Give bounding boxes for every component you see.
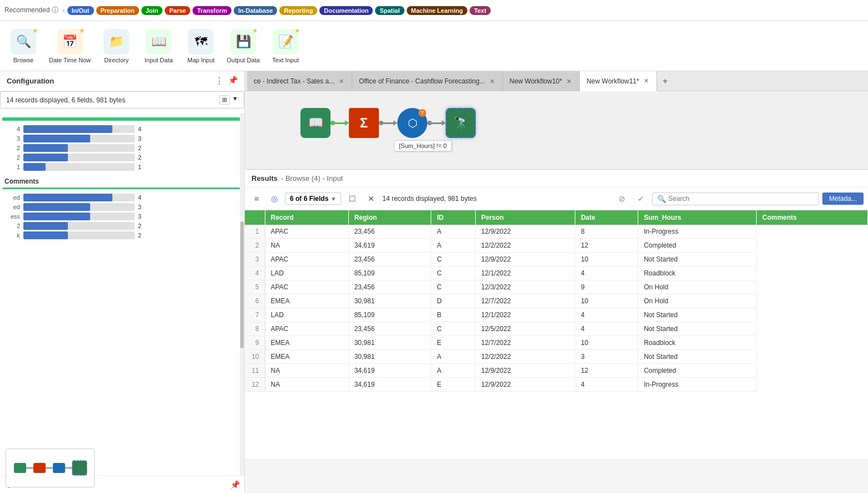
bar-inner [23, 135, 90, 142]
toolbar-tag-documentation[interactable]: Documentation [319, 6, 373, 15]
tool-text-input[interactable]: 📝 ★ Text Input [269, 29, 302, 63]
filter-on-btn[interactable]: ✓ [633, 191, 649, 206]
toolbar-tag-transform[interactable]: Transform [193, 6, 231, 15]
region-chart: 4 4 3 3 2 2 2 2 1 1 [2, 117, 242, 171]
star-icon: ★ [32, 27, 38, 34]
dropdown-icon[interactable]: ▼ [232, 95, 238, 105]
table-row[interactable]: 12NA34,619E12/9/20224In-Progress [245, 378, 868, 392]
tool-date-time-now[interactable]: 📅 ★ Date Time Now [49, 29, 91, 63]
col-header-id[interactable]: ID [431, 210, 475, 225]
toolbar-tag-parse[interactable]: Parse [165, 6, 190, 15]
toolbar-tag-in-database[interactable]: In-Database [234, 6, 277, 15]
bar-inner [23, 194, 112, 201]
table-cell: Completed [638, 364, 757, 378]
toolbar-tag-in/out[interactable]: In/Out [67, 6, 94, 15]
pin-icon[interactable]: 📌 [228, 76, 238, 86]
search-input[interactable] [668, 195, 814, 203]
mini-map-inner [6, 449, 94, 487]
col-header-record[interactable]: Record [265, 210, 348, 225]
bottom-pin-icon[interactable]: 📌 [230, 480, 240, 489]
wf-node-input[interactable]: 📖 [300, 108, 331, 138]
tab-new-workfl[interactable]: New Workflow10* ✕ [503, 71, 580, 91]
tab-close[interactable]: ✕ [489, 78, 496, 85]
data-table: RecordRegionIDPersonDateSum_HoursComment… [245, 210, 868, 392]
bar-inner [23, 144, 68, 152]
wf-node-alteryx[interactable]: ⬡ T [397, 108, 427, 138]
wf-node-browse[interactable]: 🔭 [446, 108, 476, 138]
table-row[interactable]: 3APAC23,456C12/9/202210Not Started [245, 253, 868, 267]
tool-map-input[interactable]: 🗺 Map Input [184, 29, 218, 63]
profile-view-btn[interactable]: ◎ [267, 191, 282, 206]
search-icon: 🔍 [657, 195, 666, 203]
col-header-date[interactable]: Date [575, 210, 638, 225]
table-cell: 23,456 [348, 253, 431, 267]
main-layout: Configuration ⋮ 📌 14 records displayed, … [0, 71, 868, 493]
table-row[interactable]: 8APAC23,456C12/5/20224Not Started [245, 322, 868, 336]
tool-input-data[interactable]: 📖 Input Data [142, 29, 175, 63]
table-row[interactable]: 10EMEA30,981A12/2/20223Not Started [245, 350, 868, 364]
info-text: 14 records displayed, 6 fields, 981 byte… [6, 96, 125, 104]
wf-node-summarize[interactable]: Σ [349, 108, 379, 138]
bar-count: 2 [138, 232, 149, 239]
tab-close[interactable]: ✕ [565, 78, 573, 85]
tool-directory[interactable]: 📁 Directory [100, 29, 133, 63]
list-view-btn[interactable]: ≡ [249, 191, 264, 206]
left-panel-scroll: 4 4 3 3 2 2 2 2 1 1 Commen [0, 113, 244, 475]
bar-outer [23, 213, 135, 220]
tool-icon: 📅 ★ [57, 29, 83, 55]
bar-inner [23, 125, 112, 133]
table-cell: EMEA [265, 336, 348, 350]
deselect-btn[interactable]: ✕ [363, 191, 379, 206]
scrollbar-thumb[interactable] [240, 221, 244, 348]
toolbar-tag-spatial[interactable]: Spatial [375, 6, 404, 15]
col-header-region[interactable]: Region [348, 210, 431, 225]
tool-icon: 💾 ★ [230, 29, 256, 55]
bar-count: 4 [138, 126, 149, 132]
new-tab-button[interactable]: + [657, 74, 673, 88]
table-row[interactable]: 2NA34,619A12/2/202212Completed [245, 239, 868, 253]
expand-icon[interactable]: ⊞ [219, 95, 230, 105]
table-cell: 12 [245, 378, 265, 392]
table-cell: 8 [245, 322, 265, 336]
table-row[interactable]: 9EMEA30,981E12/7/202210Roadblock [245, 336, 868, 350]
table-cell: 12/3/2022 [475, 280, 575, 294]
table-cell: EMEA [265, 350, 348, 364]
select-all-btn[interactable]: ☐ [344, 191, 360, 206]
tool-output-data[interactable]: 💾 ★ Output Data [226, 29, 260, 63]
toolbar-tag-join[interactable]: Join [141, 6, 163, 15]
table-row[interactable]: 1APAC23,456A12/9/20228In-Progress [245, 225, 868, 239]
bar-outer [23, 144, 135, 152]
table-row[interactable]: 5APAC23,456C12/3/20229On Hold [245, 280, 868, 294]
bar-inner [23, 231, 68, 239]
tab-office-of-[interactable]: Office of Finance - Cashflow Forecasting… [352, 71, 503, 91]
scrollbar-track[interactable] [240, 113, 244, 475]
col-header-sum_hours[interactable]: Sum_Hours [638, 210, 757, 225]
metadata-button[interactable]: Metada... [822, 193, 864, 205]
table-cell: 4 [575, 378, 638, 392]
toolbar-tag-reporting[interactable]: Reporting [279, 6, 317, 15]
fields-selector[interactable]: 6 of 6 Fields ▼ [285, 193, 341, 205]
tool-browse[interactable]: 🔍 ★ Browse [7, 29, 40, 63]
filter-off-btn[interactable]: ⊘ [614, 191, 630, 206]
table-cell: A [431, 350, 475, 364]
options-icon[interactable]: ⋮ [215, 76, 224, 86]
table-row[interactable]: 4LAD85,109C12/1/20224Roadblock [245, 267, 868, 280]
toolbar-tag-preparation[interactable]: Preparation [96, 6, 139, 15]
table-cell: 12/2/2022 [475, 239, 575, 253]
tab-close[interactable]: ✕ [643, 77, 650, 85]
tab-close[interactable]: ✕ [338, 78, 345, 85]
table-cell: Not Started [638, 322, 757, 336]
table-row[interactable]: 7LAD85,109B12/1/20224Not Started [245, 308, 868, 322]
table-row[interactable]: 6EMEA30,981D12/7/202210On Hold [245, 294, 868, 308]
table-row[interactable]: 11NA34,619A12/9/202212Completed [245, 364, 868, 378]
col-header-comments[interactable]: Comments [756, 210, 867, 225]
col-header-person[interactable]: Person [475, 210, 575, 225]
tab-ce---indir[interactable]: ce - Indirect Tax - Sales a... ✕ [247, 71, 352, 91]
toolbar-tag-machine-learning[interactable]: Machine Learning [407, 6, 468, 15]
table-cell: 12/1/2022 [475, 308, 575, 322]
bar-count: 2 [138, 223, 149, 229]
tab-new-workfl[interactable]: New Workflow11* ✕ [580, 71, 657, 91]
toolbar-tag-text[interactable]: Text [470, 6, 491, 15]
star-icon: ★ [79, 27, 85, 34]
nav-arrow[interactable]: ‹ [63, 7, 65, 14]
